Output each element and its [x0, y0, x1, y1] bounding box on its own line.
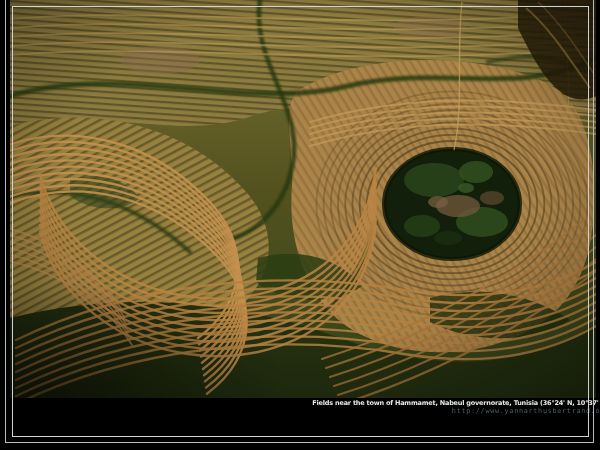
caption-text: Fields near the town of Hammamet, Nabeul…: [312, 399, 600, 407]
photo-caption: Fields near the town of Hammamet, Nabeul…: [312, 399, 600, 415]
fields-illustration: [10, 0, 596, 398]
desktop-wallpaper: { "caption": { "title": "Fields near the…: [0, 0, 600, 450]
aerial-photo: [10, 0, 596, 398]
caption-url: http://www.yannarthusbertrand.org: [312, 407, 600, 415]
